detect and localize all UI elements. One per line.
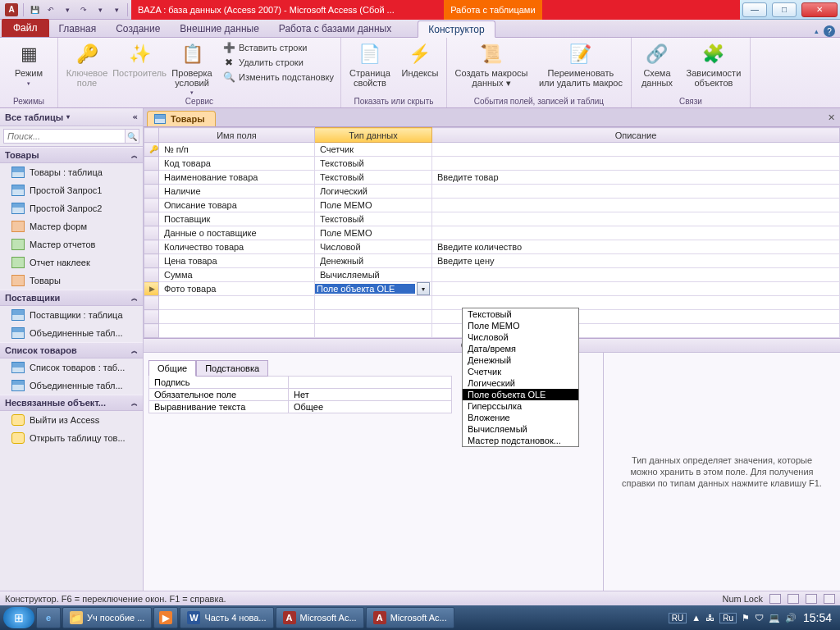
nav-group-list[interactable]: Список товаров︽ — [0, 342, 143, 358]
qat-undo-icon[interactable]: ↶ — [45, 4, 57, 16]
row-selector[interactable] — [144, 226, 159, 240]
field-name-cell[interactable]: Данные о поставщике — [159, 226, 315, 240]
dropdown-item[interactable]: Числовой — [463, 331, 578, 343]
primary-key-button[interactable]: 🔑Ключевое поле — [63, 39, 111, 88]
field-type-cell[interactable]: Текстовый — [315, 157, 432, 171]
tab-file[interactable]: Файл — [2, 19, 49, 37]
datatype-dropdown[interactable]: ТекстовыйПоле МЕМОЧисловойДата/времяДене… — [462, 308, 579, 447]
tray-kbd-icon[interactable]: Ru — [719, 613, 737, 623]
dropdown-item[interactable]: Логический — [463, 377, 578, 389]
maximize-button[interactable]: □ — [772, 2, 797, 17]
dropdown-item[interactable]: Вычисляемый — [463, 423, 578, 435]
ribbon-collapse-icon[interactable]: ▴ — [815, 27, 819, 35]
field-desc-cell[interactable] — [432, 226, 840, 240]
props-tab-lookup[interactable]: Подстановка — [196, 360, 268, 377]
nav-group-other[interactable]: Несвязанные объект...︽ — [0, 395, 143, 411]
clock[interactable]: 15:54 — [801, 611, 837, 624]
view-datasheet-icon[interactable] — [769, 594, 781, 604]
nav-item[interactable]: Выйти из Access — [0, 411, 143, 429]
tray-icon[interactable]: ⚑ — [742, 613, 750, 623]
nav-group-suppliers[interactable]: Поставщики︽ — [0, 290, 143, 306]
field-grid[interactable]: Имя поляТип данныхОписание 🔑 № п/п Счетч… — [144, 127, 840, 338]
nav-header[interactable]: Все таблицы▾« — [0, 108, 143, 126]
qat-customize-icon[interactable]: ▾ — [111, 4, 122, 16]
nav-item[interactable]: Простой Запрос2 — [0, 199, 143, 217]
nav-group-products[interactable]: Товары︽ — [0, 147, 143, 163]
field-name-cell[interactable]: Наименование товара — [159, 171, 315, 185]
nav-item[interactable]: Простой Запрос1 — [0, 181, 143, 199]
field-desc-cell[interactable] — [432, 157, 840, 171]
field-name-cell[interactable]: Сумма — [159, 268, 315, 282]
qat-save-icon[interactable]: 💾 — [29, 4, 40, 16]
dependencies-button[interactable]: 🧩Зависимости объектов — [682, 39, 745, 88]
validation-button[interactable]: 📋Проверка условий▾ — [168, 39, 216, 95]
help-icon[interactable]: ? — [824, 25, 835, 37]
taskbar-access2[interactable]: AMicrosoft Ac... — [366, 607, 454, 628]
field-desc-cell[interactable] — [432, 143, 840, 157]
field-type-cell[interactable]: Поле МЕМО — [315, 199, 432, 212]
row-selector[interactable] — [144, 240, 159, 254]
doc-close-icon[interactable]: ✕ — [823, 111, 840, 125]
nav-item[interactable]: Поставщики : таблица — [0, 306, 143, 324]
field-desc-cell[interactable]: Введите цену — [432, 254, 840, 268]
props-tab-general[interactable]: Общие — [148, 360, 196, 377]
dropdown-item[interactable]: Счетчик — [463, 366, 578, 377]
props-table[interactable]: Подпись Обязательное полеНет Выравнивани… — [148, 376, 452, 413]
dropdown-item[interactable]: Гиперссылка — [463, 400, 578, 412]
indexes-button[interactable]: ⚡Индексы — [399, 39, 441, 79]
field-desc-cell[interactable] — [432, 212, 840, 226]
view-sql-icon[interactable] — [806, 594, 817, 604]
insert-rows-button[interactable]: ➕Вставить строки — [221, 41, 336, 54]
tab-home[interactable]: Главная — [49, 20, 107, 37]
nav-item[interactable]: Мастер форм — [0, 217, 143, 235]
tray-net-icon[interactable]: 🖧 — [705, 613, 714, 623]
taskbar-access1[interactable]: AMicrosoft Ac... — [276, 607, 364, 628]
field-desc-cell[interactable] — [432, 282, 840, 296]
field-name-cell[interactable]: Цена товара — [159, 254, 315, 268]
nav-item[interactable]: Объединенные табл... — [0, 377, 143, 395]
app-icon[interactable]: A — [5, 3, 18, 16]
field-name-cell[interactable]: Код товара — [159, 157, 315, 171]
qat-redo-icon[interactable]: ↷ — [78, 4, 89, 16]
tray-icon[interactable]: 💻 — [769, 613, 780, 623]
dropdown-item[interactable]: Вложение — [463, 412, 578, 423]
row-selector[interactable] — [144, 157, 159, 171]
row-selector[interactable] — [144, 199, 159, 212]
doc-tab[interactable]: Товары — [147, 111, 216, 126]
row-selector[interactable] — [144, 212, 159, 226]
nav-item[interactable]: Открыть таблицу тов... — [0, 429, 143, 447]
field-desc-cell[interactable]: Введите товар — [432, 171, 840, 185]
field-type-cell[interactable]: Счетчик — [315, 143, 432, 157]
nav-item[interactable]: Товары : таблица — [0, 163, 143, 181]
row-selector[interactable] — [144, 254, 159, 268]
col-description[interactable]: Описание — [432, 128, 840, 143]
col-datatype[interactable]: Тип данных — [315, 128, 432, 143]
tab-create[interactable]: Создание — [106, 20, 170, 37]
dropdown-item[interactable]: Поле объекта OLE — [463, 389, 578, 400]
col-fieldname[interactable]: Имя поля — [159, 128, 315, 143]
field-type-cell[interactable]: Поле МЕМО — [315, 226, 432, 240]
nav-item[interactable]: Объединенные табл... — [0, 324, 143, 342]
close-button[interactable]: ✕ — [801, 2, 838, 17]
field-type-cell[interactable]: Числовой — [315, 240, 432, 254]
mode-button[interactable]: ▦Режим▾ — [5, 39, 52, 86]
qat-dd2-icon[interactable]: ▾ — [94, 4, 106, 16]
taskbar-explorer[interactable]: 📁Уч пособие ... — [62, 607, 152, 628]
field-name-cell[interactable]: Количество товара — [159, 240, 315, 254]
row-selector[interactable]: ▶ — [144, 282, 159, 296]
tab-dbtools[interactable]: Работа с базами данных — [269, 20, 401, 37]
field-type-cell[interactable]: Логический — [315, 185, 432, 199]
minimize-button[interactable]: — — [742, 2, 767, 17]
row-selector[interactable]: 🔑 — [144, 143, 159, 157]
qat-dd-icon[interactable]: ▾ — [62, 4, 73, 16]
tray-flag-icon[interactable]: ▲ — [692, 613, 701, 623]
field-name-cell[interactable]: Поставщик — [159, 212, 315, 226]
type-dropdown-button[interactable]: ▾ — [417, 282, 430, 295]
field-type-cell[interactable]: Текстовый — [315, 212, 432, 226]
nav-item[interactable]: Товары — [0, 272, 143, 290]
row-selector[interactable] — [144, 268, 159, 282]
field-name-cell[interactable]: Наличие — [159, 185, 315, 199]
dropdown-item[interactable]: Поле МЕМО — [463, 320, 578, 331]
row-selector[interactable] — [144, 171, 159, 185]
tray-volume-icon[interactable]: 🔊 — [785, 613, 797, 623]
